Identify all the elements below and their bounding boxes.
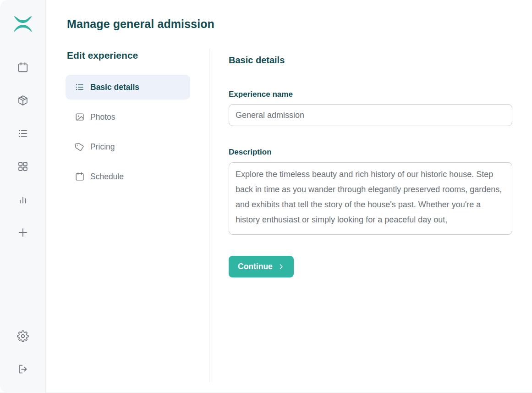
- continue-button-label: Continue: [238, 262, 273, 271]
- plus-icon[interactable]: [17, 227, 29, 238]
- description-textarea[interactable]: [229, 162, 512, 235]
- content-row: Edit experience Basic details: [67, 49, 532, 382]
- xola-logo[interactable]: [13, 16, 33, 34]
- edit-experience-panel: Edit experience Basic details: [67, 49, 209, 382]
- schedule-calendar-icon: [75, 172, 85, 182]
- page-title: Manage general admission: [67, 17, 532, 31]
- sidebar-bottom: [17, 330, 29, 375]
- edit-experience-heading: Edit experience: [67, 50, 209, 61]
- settings-gear-icon[interactable]: [17, 330, 29, 342]
- nav-item-basic-details[interactable]: Basic details: [66, 75, 190, 100]
- nav-item-label: Pricing: [90, 142, 115, 152]
- form-heading: Basic details: [229, 55, 532, 66]
- nav-item-photos[interactable]: Photos: [66, 105, 190, 129]
- package-icon[interactable]: [17, 94, 29, 106]
- bar-chart-icon[interactable]: [17, 194, 29, 205]
- basic-details-form: Basic details Experience name Descriptio…: [209, 49, 532, 382]
- app-window: Manage general admission Edit experience…: [0, 0, 532, 393]
- list-icon[interactable]: [17, 127, 29, 139]
- chevron-right-icon: [278, 263, 285, 270]
- calendar-icon[interactable]: [17, 61, 29, 73]
- nav-item-schedule[interactable]: Schedule: [66, 164, 190, 189]
- edit-experience-nav: Basic details Photos: [66, 75, 209, 189]
- list-details-icon: [75, 82, 85, 92]
- experience-name-input[interactable]: [229, 104, 512, 126]
- continue-button[interactable]: Continue: [229, 256, 294, 277]
- description-label: Description: [229, 148, 532, 157]
- main-content: Manage general admission Edit experience…: [46, 0, 532, 393]
- nav-item-label: Schedule: [90, 172, 124, 182]
- nav-item-label: Photos: [90, 112, 115, 122]
- photos-icon: [75, 112, 85, 122]
- sidebar: [0, 0, 46, 393]
- grid-icon[interactable]: [17, 161, 29, 172]
- sidebar-nav: [17, 61, 29, 238]
- experience-name-label: Experience name: [229, 90, 532, 99]
- logout-icon[interactable]: [17, 363, 29, 375]
- nav-item-label: Basic details: [90, 83, 139, 92]
- nav-item-pricing[interactable]: Pricing: [66, 134, 190, 159]
- pricing-tag-icon: [75, 142, 85, 152]
